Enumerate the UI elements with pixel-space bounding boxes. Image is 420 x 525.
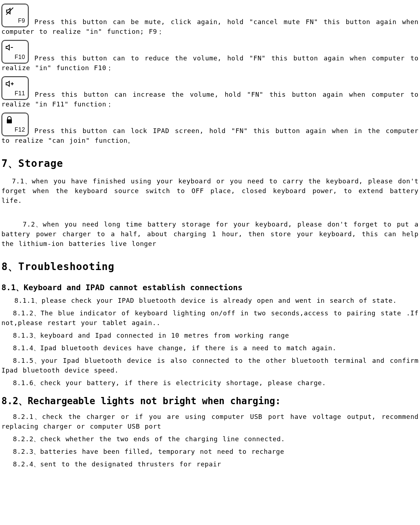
key-desc: Press this button can increase the volum… <box>1 91 419 108</box>
key-label: F11 <box>15 89 25 98</box>
svg-rect-4 <box>7 119 12 123</box>
key-desc: Press this button can to reduce the volu… <box>1 54 419 72</box>
list-item: 8.1.2、The blue indicator of keyboard lig… <box>1 308 419 328</box>
key-row-f9: F9 Press this button can be mute, click … <box>1 4 419 36</box>
list-item: 8.1.1、please check your IPAD bluetooth d… <box>1 296 419 305</box>
list-item: 8.2.1、check the charger or if you are us… <box>1 412 419 431</box>
mute-icon <box>5 6 14 16</box>
key-label: F9 <box>18 17 25 25</box>
section7-item: 7.2、when you need long time battery stor… <box>1 219 419 248</box>
key-row-f11: F11 Press this button can increase the v… <box>1 76 419 109</box>
key-label: F12 <box>15 125 25 134</box>
section8-heading: 8、Troubleshooting <box>1 259 419 274</box>
list-item: 8.1.3、keyboard and Ipad connected in 10 … <box>1 330 419 340</box>
key-desc: Press this button can be mute, click aga… <box>1 18 419 35</box>
lock-icon <box>5 115 14 125</box>
volume-down-icon <box>5 43 15 52</box>
section8-1-heading: 8.1、Keyboard and IPAD cannot establish c… <box>1 282 419 293</box>
key-f12: F12 <box>1 113 29 136</box>
section7-heading: 7、Storage <box>1 156 419 171</box>
list-item: 8.1.6、check your battery, if there is el… <box>1 378 419 388</box>
key-desc: Press this button can lock IPAD screen, … <box>1 127 419 144</box>
key-f9: F9 <box>1 4 29 27</box>
key-f11: F11 <box>1 76 29 100</box>
key-row-f10: F10 Press this button can to reduce the … <box>1 40 419 73</box>
key-row-f12: F12 Press this button can lock IPAD scre… <box>1 113 419 145</box>
list-item: 8.2.3、batteries have been filled, tempor… <box>1 447 419 456</box>
list-item: 8.2.4、sent to the designated thrusters f… <box>1 459 419 469</box>
key-label: F10 <box>15 53 25 61</box>
key-f10: F10 <box>1 40 29 64</box>
section7-item: 7.1、when you have finished using your ke… <box>1 176 419 205</box>
section8-2-heading: 8.2、Rechargeable lights not bright when … <box>1 394 419 408</box>
list-item: 8.1.5、your Ipad bluetooth device is also… <box>1 356 419 375</box>
list-item: 8.1.4、Ipad bluetooth devices have change… <box>1 343 419 353</box>
volume-up-icon <box>5 79 15 88</box>
list-item: 8.2.2、check whether the two ends of the … <box>1 434 419 444</box>
